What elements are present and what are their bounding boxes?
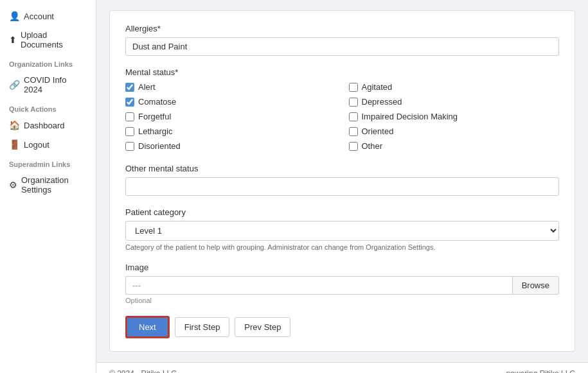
image-section: Image --- Browse Optional [125, 263, 559, 304]
gear-icon: ⚙ [9, 180, 17, 190]
sidebar-item-label: Organization Settings [21, 175, 87, 195]
other-mental-status-label: Other mental status [125, 164, 559, 173]
checkbox-lethargic[interactable] [125, 127, 134, 136]
mental-status-label: Mental status* [125, 67, 559, 77]
checkbox-item-alert[interactable]: Alert [125, 81, 336, 93]
checkbox-item-lethargic[interactable]: Lethargic [125, 125, 336, 137]
checkbox-label-impaired: Impaired Decision Making [362, 112, 458, 121]
checkbox-label-agitated: Agitated [362, 82, 393, 92]
upload-icon: ⬆ [9, 35, 17, 45]
checkbox-impaired[interactable] [349, 112, 358, 121]
optional-label: Optional [125, 297, 559, 304]
checkbox-label-alert: Alert [138, 82, 156, 92]
image-upload-row: --- Browse [125, 276, 559, 295]
checkbox-comatose[interactable] [125, 98, 134, 107]
sidebar-item-dashboard[interactable]: 🏠 Dashboard [0, 116, 96, 135]
patient-category-select[interactable]: Level 1Level 2Level 3Level 4 [125, 221, 559, 241]
checkbox-item-impaired[interactable]: Impaired Decision Making [349, 110, 560, 123]
allergies-label: Allergies* [125, 24, 559, 33]
home-icon: 🏠 [9, 120, 20, 130]
checkbox-oriented[interactable] [349, 127, 358, 136]
sidebar-item-logout[interactable]: 🚪 Logout [0, 135, 96, 154]
checkbox-label-oriented: Oriented [362, 126, 394, 136]
sidebar-item-covid-info[interactable]: 🔗 COVID Info 2024 [0, 71, 96, 99]
checkbox-forgetful[interactable] [125, 112, 134, 121]
account-icon: 👤 [9, 11, 20, 21]
sidebar-item-label: Logout [24, 140, 49, 150]
footer-copyright: © 2024 - Ritiko LLC [109, 369, 177, 373]
logout-icon: 🚪 [9, 139, 20, 150]
form-buttons: Next First Step Prev Step [125, 316, 559, 338]
sidebar-item-org-settings[interactable]: ⚙ Organization Settings [0, 171, 96, 199]
sidebar-item-upload-documents[interactable]: ⬆ Upload Documents [0, 26, 96, 54]
footer-powering: powering Ritiko LLC [506, 369, 575, 373]
checkbox-agitated[interactable] [349, 83, 358, 92]
other-mental-status-input[interactable] [125, 177, 559, 196]
sidebar-item-label: Account [24, 12, 54, 21]
checkbox-label-comatose: Comatose [138, 97, 176, 107]
form-card: Allergies* Mental status* AlertAgitatedC… [109, 10, 575, 352]
sidebar-section-org-links: Organization Links [0, 54, 96, 71]
checkbox-item-oriented[interactable]: Oriented [349, 125, 560, 137]
main-content: Allergies* Mental status* AlertAgitatedC… [96, 0, 588, 373]
checkbox-item-agitated[interactable]: Agitated [349, 81, 560, 93]
mental-status-section: Mental status* AlertAgitatedComatoseDepr… [125, 67, 559, 152]
sidebar-item-label: COVID Info 2024 [24, 75, 87, 94]
sidebar-item-label: Dashboard [24, 121, 65, 130]
browse-button[interactable]: Browse [512, 276, 559, 295]
checkbox-disoriented[interactable] [125, 142, 134, 151]
sidebar: 👤 Account ⬆ Upload Documents Organizatio… [0, 0, 96, 373]
content-area: Allergies* Mental status* AlertAgitatedC… [96, 0, 588, 362]
checkbox-item-forgetful[interactable]: Forgetful [125, 110, 336, 123]
checkbox-label-disoriented: Disoriented [138, 141, 181, 151]
link-icon: 🔗 [9, 80, 20, 90]
checkbox-label-depressed: Depressed [362, 97, 402, 107]
allergies-section: Allergies* [125, 24, 559, 56]
mental-status-checkboxes: AlertAgitatedComatoseDepressedForgetfulI… [125, 81, 559, 152]
next-button[interactable]: Next [125, 316, 170, 338]
checkbox-alert[interactable] [125, 83, 134, 92]
prev-step-button[interactable]: Prev Step [235, 317, 290, 337]
sidebar-item-label: Upload Documents [21, 30, 87, 49]
patient-category-hint: Category of the patient to help with gro… [125, 243, 559, 251]
other-mental-status-section: Other mental status [125, 164, 559, 196]
checkbox-item-comatose[interactable]: Comatose [125, 96, 336, 108]
checkbox-depressed[interactable] [349, 98, 358, 107]
checkbox-label-forgetful: Forgetful [138, 112, 171, 121]
allergies-input[interactable] [125, 37, 559, 56]
checkbox-item-other[interactable]: Other [349, 140, 560, 152]
image-filename: --- [125, 276, 512, 295]
checkbox-label-lethargic: Lethargic [138, 126, 172, 136]
sidebar-section-superadmin: Superadmin Links [0, 154, 96, 171]
patient-category-label: Patient category [125, 207, 559, 217]
sidebar-section-quick-actions: Quick Actions [0, 99, 96, 116]
checkbox-item-depressed[interactable]: Depressed [349, 96, 560, 108]
footer: © 2024 - Ritiko LLC powering Ritiko LLC [96, 362, 588, 373]
first-step-button[interactable]: First Step [175, 317, 230, 337]
checkbox-label-other: Other [362, 141, 383, 151]
sidebar-item-account[interactable]: 👤 Account [0, 6, 96, 26]
checkbox-other[interactable] [349, 142, 358, 151]
patient-category-section: Patient category Level 1Level 2Level 3Le… [125, 207, 559, 251]
image-label: Image [125, 263, 559, 272]
checkbox-item-disoriented[interactable]: Disoriented [125, 140, 336, 152]
